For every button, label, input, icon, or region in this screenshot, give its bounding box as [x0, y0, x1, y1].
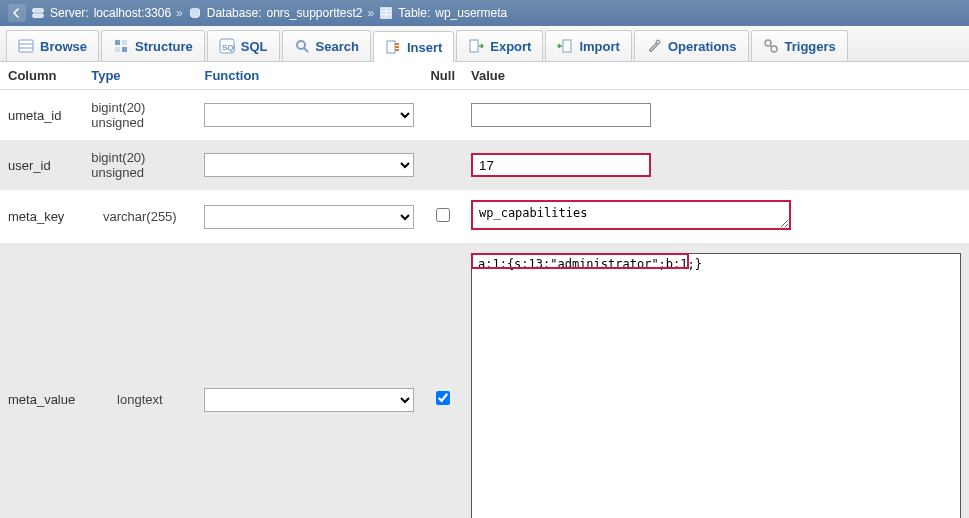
svg-rect-22	[470, 40, 478, 52]
server-link[interactable]: localhost:3306	[94, 6, 171, 20]
header-type[interactable]: Type	[83, 62, 196, 90]
tab-label: Search	[316, 39, 359, 54]
svg-line-17	[304, 48, 308, 52]
svg-rect-10	[115, 40, 120, 45]
function-select[interactable]	[204, 388, 414, 412]
col-name: meta_key	[0, 190, 83, 243]
tab-label: SQL	[241, 39, 268, 54]
value-input-umeta_id[interactable]	[471, 103, 651, 127]
insert-table: Column Type Function Null Value umeta_id…	[0, 62, 969, 518]
breadcrumb: Server: localhost:3306 » Database: onrs_…	[0, 0, 969, 26]
function-select[interactable]	[204, 205, 414, 229]
null-checkbox-meta_value[interactable]	[436, 391, 450, 405]
header-function[interactable]: Function	[196, 62, 422, 90]
breadcrumb-sep: »	[176, 6, 183, 20]
back-arrow-icon[interactable]	[8, 4, 26, 22]
database-icon	[188, 6, 202, 20]
sql-icon: SQL	[219, 38, 235, 54]
row-user_id: user_id bigint(20) unsigned	[0, 140, 969, 190]
svg-rect-7	[19, 40, 33, 52]
svg-point-24	[656, 40, 660, 44]
svg-text:SQL: SQL	[222, 43, 235, 52]
table-link[interactable]: wp_usermeta	[435, 6, 507, 20]
svg-line-27	[770, 45, 772, 47]
database-link[interactable]: onrs_supporttest2	[266, 6, 362, 20]
col-type: varchar(255)	[83, 190, 196, 243]
function-select[interactable]	[204, 103, 414, 127]
header-null: Null	[422, 62, 463, 90]
col-name: meta_value	[0, 243, 83, 518]
row-umeta_id: umeta_id bigint(20) unsigned	[0, 90, 969, 141]
tab-triggers[interactable]: Triggers	[751, 30, 848, 61]
svg-rect-13	[122, 47, 127, 52]
database-label: Database:	[207, 6, 262, 20]
search-icon	[294, 38, 310, 54]
header-value: Value	[463, 62, 969, 90]
breadcrumb-sep: »	[368, 6, 375, 20]
svg-rect-12	[115, 47, 120, 52]
tabs: Browse Structure SQLSQL Search Insert Ex…	[0, 26, 969, 62]
tab-operations[interactable]: Operations	[634, 30, 749, 61]
tab-label: Browse	[40, 39, 87, 54]
tab-export[interactable]: Export	[456, 30, 543, 61]
svg-rect-1	[33, 14, 44, 18]
tab-label: Structure	[135, 39, 193, 54]
row-meta_key: meta_key varchar(255)	[0, 190, 969, 243]
table-label: Table:	[398, 6, 430, 20]
header-column: Column	[0, 62, 83, 90]
structure-icon	[113, 38, 129, 54]
tab-structure[interactable]: Structure	[101, 30, 205, 61]
col-type: longtext	[83, 243, 196, 518]
row-meta_value: meta_value longtext	[0, 243, 969, 518]
tab-sql[interactable]: SQLSQL	[207, 30, 280, 61]
table-icon	[379, 6, 393, 20]
tab-search[interactable]: Search	[282, 30, 371, 61]
col-name: user_id	[0, 140, 83, 190]
col-type: bigint(20) unsigned	[83, 90, 196, 141]
svg-rect-11	[122, 40, 127, 45]
import-icon	[557, 38, 573, 54]
tab-browse[interactable]: Browse	[6, 30, 99, 61]
value-textarea-meta_key[interactable]	[471, 200, 791, 230]
col-type: bigint(20) unsigned	[83, 140, 196, 190]
tab-label: Triggers	[785, 39, 836, 54]
null-checkbox-meta_key[interactable]	[436, 208, 450, 222]
svg-rect-0	[33, 9, 44, 13]
operations-icon	[646, 38, 662, 54]
tab-import[interactable]: Import	[545, 30, 631, 61]
triggers-icon	[763, 38, 779, 54]
tab-insert[interactable]: Insert	[373, 31, 454, 62]
tab-label: Export	[490, 39, 531, 54]
export-icon	[468, 38, 484, 54]
svg-point-16	[297, 41, 305, 49]
svg-rect-18	[387, 41, 395, 53]
browse-icon	[18, 38, 34, 54]
value-input-user_id[interactable]	[471, 153, 651, 177]
tab-label: Operations	[668, 39, 737, 54]
tab-label: Insert	[407, 40, 442, 55]
server-label: Server:	[50, 6, 89, 20]
svg-rect-23	[563, 40, 571, 52]
insert-form: Column Type Function Null Value umeta_id…	[0, 62, 969, 518]
function-select[interactable]	[204, 153, 414, 177]
server-icon	[31, 6, 45, 20]
insert-icon	[385, 39, 401, 55]
value-textarea-meta_value[interactable]	[471, 253, 961, 518]
col-name: umeta_id	[0, 90, 83, 141]
tab-label: Import	[579, 39, 619, 54]
